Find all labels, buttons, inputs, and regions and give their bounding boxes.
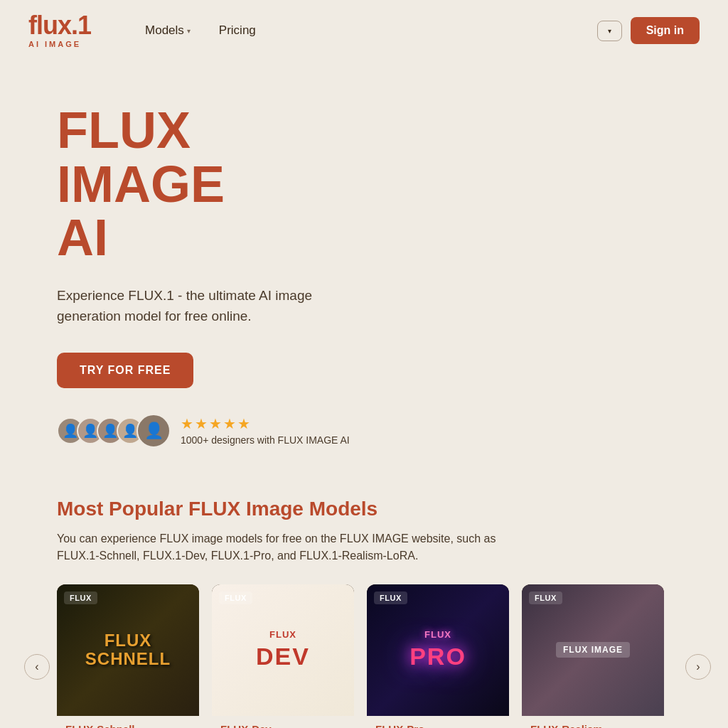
card-info: FLUX-Dev The adjustable... <box>212 716 354 728</box>
nav-models[interactable]: Models ▾ <box>134 18 202 43</box>
logo-text: flux.1 <box>28 13 91 38</box>
language-button[interactable]: ▾ <box>597 21 622 41</box>
model-card-schnell[interactable]: FLUXSCHNELL FLUX FLUX-Schnell The fastes… <box>57 584 199 728</box>
model-card-realism[interactable]: FLUX IMAGE FLUX FLUX-Realism-LoRA Photo-… <box>522 584 664 728</box>
star-rating: ★★★★★ <box>181 415 350 432</box>
try-for-free-button[interactable]: TRY FOR FREE <box>57 353 193 388</box>
signin-button[interactable]: Sign in <box>631 17 700 44</box>
card-name: FLUX-Pro <box>375 723 500 728</box>
card-name: FLUX-Dev <box>220 723 346 728</box>
models-section: Most Popular FLUX Image Models You can e… <box>0 462 728 728</box>
logo[interactable]: flux.1 AI IMAGE <box>28 13 91 48</box>
cards-container: ‹ FLUXSCHNELL FLUX FLUX-Schnell The fast… <box>57 584 700 728</box>
card-info: FLUX-Pro Top-tier FLUX... <box>367 716 509 728</box>
card-info: FLUX-Realism-LoRA Photo-real... <box>522 716 664 728</box>
hero-description: Experience FLUX.1 - the ultimate AI imag… <box>57 285 341 327</box>
nav-pricing[interactable]: Pricing <box>208 18 267 43</box>
social-text: 1000+ designers with FLUX IMAGE AI <box>181 434 350 446</box>
card-image: FLUX IMAGE FLUX <box>522 584 664 716</box>
models-description: You can experience FLUX image models for… <box>57 530 540 564</box>
avatar-group: 👤 👤 👤 👤 👤 <box>57 414 171 448</box>
card-name: FLUX-Schnell <box>65 723 191 728</box>
card-badge: FLUX <box>374 592 407 604</box>
chevron-down-icon: ▾ <box>187 27 191 35</box>
card-badge: FLUX <box>529 592 562 604</box>
card-image: FLUX PRO FLUX <box>367 584 509 716</box>
card-badge: FLUX <box>219 592 252 604</box>
avatar: 👤 <box>136 414 171 448</box>
nav-links: Models ▾ Pricing <box>134 18 569 43</box>
carousel-next-button[interactable]: › <box>685 654 711 680</box>
models-heading: Most Popular FLUX Image Models <box>57 498 700 520</box>
nav-right: ▾ Sign in <box>597 17 700 44</box>
card-info: FLUX-Schnell The fastest FLUX... <box>57 716 199 728</box>
hero-content: FLUX IMAGE AI Experience FLUX.1 - the ul… <box>0 75 391 462</box>
social-proof: 👤 👤 👤 👤 👤 ★★★★★ 1000+ designers with FLU… <box>57 414 363 448</box>
carousel-prev-button[interactable]: ‹ <box>24 654 50 680</box>
card-badge: FLUX <box>64 592 97 604</box>
model-card-pro[interactable]: FLUX PRO FLUX FLUX-Pro Top-tier FLUX... <box>367 584 509 728</box>
hero-title: FLUX IMAGE AI <box>57 104 363 265</box>
hero-section: FLUX IMAGE AI Experience FLUX.1 - the ul… <box>0 61 728 462</box>
card-name: FLUX-Realism-LoRA <box>530 723 655 728</box>
cards-row: FLUXSCHNELL FLUX FLUX-Schnell The fastes… <box>57 584 700 728</box>
card-image: FLUX DEV FLUX <box>212 584 354 716</box>
card-image: FLUXSCHNELL FLUX <box>57 584 199 716</box>
navbar: flux.1 AI IMAGE Models ▾ Pricing ▾ Sign … <box>0 0 728 61</box>
model-card-dev[interactable]: FLUX DEV FLUX FLUX-Dev The adjustable... <box>212 584 354 728</box>
chevron-down-icon: ▾ <box>608 27 611 35</box>
stars-area: ★★★★★ 1000+ designers with FLUX IMAGE AI <box>181 415 350 446</box>
card-image-text: FLUXSCHNELL <box>85 631 171 669</box>
logo-sub: AI IMAGE <box>28 40 81 48</box>
